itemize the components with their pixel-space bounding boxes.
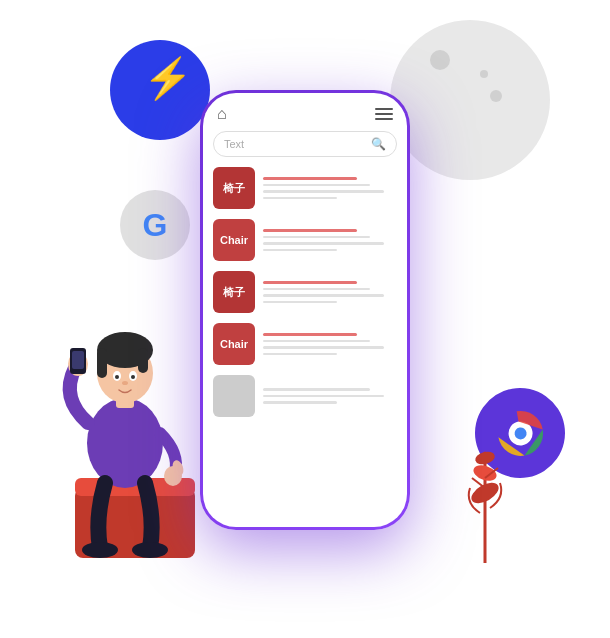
item-badge-4: Chair: [213, 323, 255, 365]
svg-point-28: [82, 542, 118, 558]
svg-point-22: [122, 381, 128, 385]
item-lines-4: [263, 333, 397, 355]
item-line: [263, 401, 337, 404]
item-line: [263, 346, 384, 349]
svg-point-7: [474, 450, 496, 467]
menu-line-2: [375, 113, 393, 115]
list-item: 椅子: [213, 167, 397, 209]
list-items: 椅子 Chair: [213, 167, 397, 417]
badge-text-1: 椅子: [223, 181, 245, 196]
phone-content: ⌂ Text 🔍: [203, 93, 407, 527]
svg-point-20: [115, 375, 119, 379]
svg-point-29: [132, 542, 168, 558]
menu-line-3: [375, 118, 393, 120]
svg-rect-16: [97, 348, 107, 378]
item-line: [263, 197, 337, 200]
item-line: [263, 395, 384, 398]
google-g-letter: G: [143, 207, 168, 244]
item-line: [263, 288, 370, 291]
item-line: [263, 177, 357, 180]
item-line: [263, 229, 357, 232]
list-item: Chair: [213, 323, 397, 365]
svg-rect-17: [138, 348, 148, 373]
item-badge-1: 椅子: [213, 167, 255, 209]
item-line: [263, 353, 337, 356]
item-lines-3: [263, 281, 397, 303]
search-placeholder: Text: [224, 138, 365, 150]
item-lines-5: [263, 388, 397, 404]
item-badge-3: 椅子: [213, 271, 255, 313]
svg-rect-25: [72, 351, 84, 369]
item-line: [263, 388, 370, 391]
person-illustration: [20, 268, 220, 578]
phone-topbar: ⌂: [213, 105, 397, 131]
home-icon[interactable]: ⌂: [217, 105, 227, 123]
svg-point-12: [87, 398, 163, 488]
list-item: Chair: [213, 219, 397, 261]
badge-text-2: Chair: [220, 234, 248, 246]
moon-decoration: [390, 20, 550, 180]
phone-mockup: ⌂ Text 🔍: [200, 90, 410, 530]
phone-screen-area: ⌂ Text 🔍: [203, 93, 407, 527]
scene: ⚡ G: [0, 0, 610, 638]
item-line: [263, 242, 384, 245]
phone-outer-frame: ⌂ Text 🔍: [200, 90, 410, 530]
search-icon: 🔍: [371, 137, 386, 151]
search-bar[interactable]: Text 🔍: [213, 131, 397, 157]
menu-line-1: [375, 108, 393, 110]
item-badge-5: [213, 375, 255, 417]
plant-decoration: [460, 433, 510, 563]
item-line: [263, 281, 357, 284]
google-g-circle: G: [120, 190, 190, 260]
item-line: [263, 340, 370, 343]
item-lines-1: [263, 177, 397, 199]
list-item: 椅子: [213, 271, 397, 313]
svg-point-21: [131, 375, 135, 379]
menu-icon[interactable]: [375, 108, 393, 120]
item-line: [263, 294, 384, 297]
badge-text-4: Chair: [220, 338, 248, 350]
item-line: [263, 249, 337, 252]
item-line: [263, 333, 357, 336]
item-line: [263, 190, 384, 193]
badge-text-3: 椅子: [223, 285, 245, 300]
item-line: [263, 236, 370, 239]
item-line: [263, 301, 337, 304]
lightning-icon: ⚡: [143, 55, 193, 102]
item-lines-2: [263, 229, 397, 251]
item-badge-2: Chair: [213, 219, 255, 261]
item-line: [263, 184, 370, 187]
list-item: [213, 375, 397, 417]
